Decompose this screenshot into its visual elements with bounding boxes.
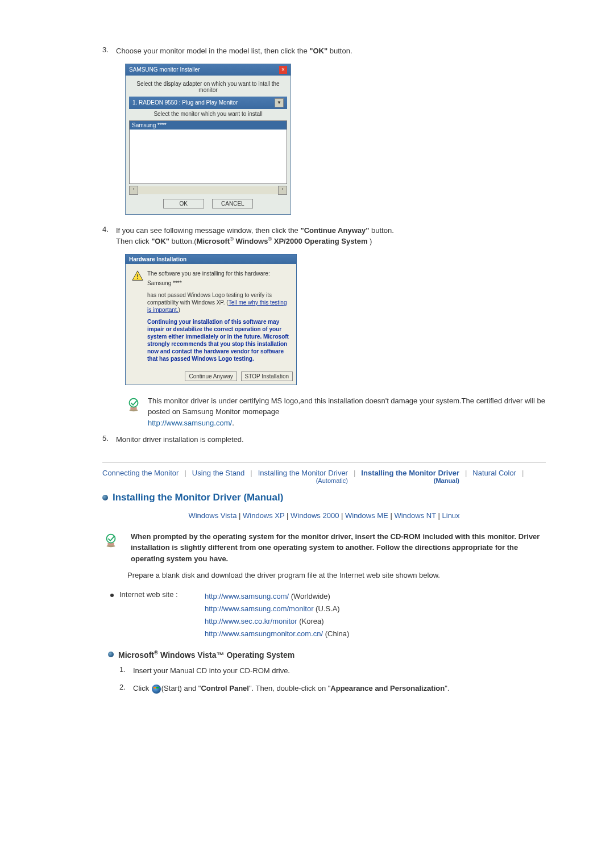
hw-warning-text: Continuing your installation of this sof… (147, 318, 291, 362)
os-link-vista[interactable]: Windows Vista (188, 511, 237, 520)
step-number: 2. (119, 683, 133, 694)
stop-installation-button[interactable]: STOP Installation (241, 372, 293, 381)
prompt-text: When prompted by the operating system fo… (131, 531, 546, 565)
url-usa[interactable]: http://www.samsung.com/monitor (205, 604, 313, 613)
samsung-link[interactable]: http://www.samsung.com/ (148, 419, 232, 427)
dialog-adapter-label: Select the display adapter on which you … (129, 81, 287, 93)
certifying-note: This monitor driver is under certifying … (125, 395, 546, 429)
adapter-dropdown[interactable]: 1. RADEON 9550 : Plug and Play Monitor ▼ (129, 97, 287, 109)
section-title: Installing the Monitor Driver (Manual) (113, 492, 283, 503)
url-china[interactable]: http://www.samsungmonitor.com.cn/ (205, 629, 323, 638)
step-4: 4. If you can see following message wind… (102, 225, 546, 247)
os-link-xp[interactable]: Windows XP (243, 511, 284, 520)
dialog-title: SAMSUNG monitor Installer (129, 66, 200, 73)
warning-icon: ! (131, 270, 147, 362)
step-number: 1. (119, 665, 133, 677)
cancel-button[interactable]: CANCEL (212, 199, 253, 208)
selected-monitor[interactable]: Samsung **** (130, 121, 287, 130)
continue-anyway-button[interactable]: Continue Anyway (185, 372, 237, 381)
internet-label: Internet web site : (119, 590, 205, 640)
dialog-titlebar: Hardware Installation (126, 254, 296, 264)
section-heading: Installing the Monitor Driver (Manual) (102, 492, 546, 503)
tab-connecting-monitor[interactable]: Connecting the Monitor (102, 469, 179, 477)
monitor-list[interactable]: Samsung **** (129, 120, 287, 184)
bullet-icon (110, 594, 114, 597)
close-icon[interactable]: × (279, 66, 287, 74)
internet-website-row: Internet web site : http://www.samsung.c… (102, 590, 546, 640)
step-5: 5. Monitor driver installation is comple… (102, 434, 546, 445)
note-icon (102, 531, 125, 565)
step-text: Click (Start) and "Control Panel". Then,… (133, 683, 546, 694)
url-worldwide[interactable]: http://www.samsung.com/ (205, 592, 289, 600)
tab-natural-color[interactable]: Natural Color (472, 469, 516, 477)
ok-button[interactable]: OK (163, 199, 204, 208)
os-links: Windows Vista | Windows XP | Windows 200… (102, 511, 546, 520)
horizontal-scrollbar[interactable]: ‹ › (129, 186, 287, 194)
sphere-bullet-icon (108, 652, 114, 657)
os-link-nt[interactable]: Windows NT (394, 511, 435, 520)
svg-point-3 (130, 398, 138, 407)
step-text: If you can see following message window,… (116, 225, 546, 247)
dialog-monitor-label: Select the monitor which you want to ins… (129, 111, 287, 117)
hw-compat-line: has not passed Windows Logo testing to v… (147, 291, 291, 314)
chevron-down-icon[interactable]: ▼ (275, 98, 284, 107)
step-number: 4. (102, 225, 116, 247)
section-tabs: Connecting the Monitor | Using the Stand… (102, 469, 546, 485)
prompt-block: When prompted by the operating system fo… (102, 531, 546, 565)
hw-line1: The software you are installing for this… (147, 270, 291, 277)
scroll-left-icon[interactable]: ‹ (129, 186, 138, 195)
svg-point-6 (107, 534, 115, 542)
hardware-installation-dialog: Hardware Installation ! The software you… (125, 254, 546, 385)
os-link-linux[interactable]: Linux (442, 511, 460, 520)
vista-subheading: Microsoft® Windows Vista™ Operating Syst… (108, 649, 546, 660)
step-3: 3. Choose your monitor model in the mode… (102, 45, 546, 57)
tab-install-driver-manual[interactable]: Installing the Monitor Driver (Manual) (361, 469, 459, 485)
start-orb-icon (152, 685, 161, 694)
step-number: 3. (102, 45, 116, 57)
note-icon (125, 395, 148, 429)
url-korea[interactable]: http://www.sec.co.kr/monitor (205, 617, 297, 625)
svg-text:!: ! (136, 273, 139, 279)
divider (102, 462, 546, 463)
os-link-me[interactable]: Windows ME (345, 511, 388, 520)
vista-step-2: 2. Click (Start) and "Control Panel". Th… (119, 683, 546, 694)
hw-line2: Samsung **** (147, 279, 291, 287)
tab-using-stand[interactable]: Using the Stand (192, 469, 245, 477)
note-text: This monitor driver is under certifying … (148, 395, 546, 429)
vista-step-1: 1. Insert your Manual CD into your CD-RO… (119, 665, 546, 677)
url-list: http://www.samsung.com/ (Worldwide) http… (205, 590, 349, 640)
sphere-bullet-icon (102, 495, 108, 500)
prepare-text: Prepare a blank disk and download the dr… (127, 570, 546, 581)
step-text: Choose your monitor model in the model l… (116, 45, 546, 57)
vista-title: Microsoft® Windows Vista™ Operating Syst… (118, 649, 294, 660)
dialog-titlebar: SAMSUNG monitor Installer × (126, 64, 291, 76)
os-link-2000[interactable]: Windows 2000 (291, 511, 339, 520)
scroll-right-icon[interactable]: › (278, 186, 287, 195)
step-text: Monitor driver installation is completed… (116, 434, 546, 445)
step-text: Insert your Manual CD into your CD-ROM d… (133, 665, 546, 677)
samsung-installer-dialog: SAMSUNG monitor Installer × Select the d… (125, 64, 546, 215)
step-number: 5. (102, 434, 116, 445)
tab-install-driver-auto[interactable]: Installing the Monitor Driver (Automatic… (258, 469, 348, 485)
